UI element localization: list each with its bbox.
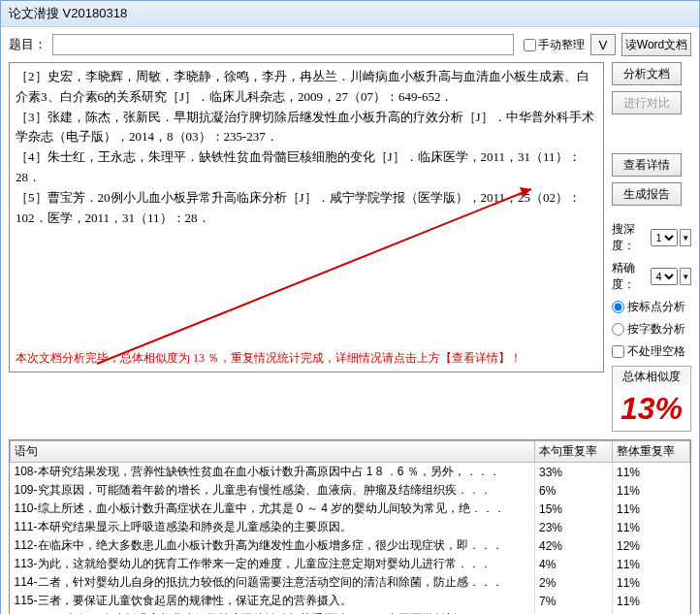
col-sent-rate[interactable]: 本句重复率 — [535, 441, 613, 463]
table-row[interactable]: 111-本研究结果显示上呼吸道感染和肺炎是儿童感染的主要原因。23%11% — [11, 518, 690, 536]
depth-select[interactable]: 1 — [651, 229, 678, 246]
similarity-value: 13% — [615, 385, 688, 429]
table-row[interactable]: 112-在临床中，绝大多数患儿血小板计数升高为继发性血小板增多症，很少出现症状，… — [11, 536, 690, 555]
topic-label: 题目： — [9, 36, 47, 53]
precision-label: 精确度： — [612, 260, 649, 293]
depth-label: 搜深度： — [612, 221, 649, 254]
results-table[interactable]: 语句 本句重复率 整体重复率 108-本研究结果发现，营养性缺铁性贫血在血小板计… — [10, 440, 690, 614]
topic-input[interactable] — [52, 34, 514, 55]
compare-button: 进行对比 — [612, 91, 682, 114]
reference-line: ［4］朱士红，王永志，朱理平．缺铁性贫血骨髓巨核细胞的变化［J］．临床医学，20… — [16, 147, 597, 188]
report-button[interactable]: 生成报告 — [612, 182, 682, 206]
detail-button[interactable]: 查看详情 — [612, 153, 682, 177]
reference-text-pane[interactable]: ［2］史宏，李晓辉，周敏，李晓静，徐鸣，李丹，冉丛兰．川崎病血小板升高与血清血小… — [9, 62, 604, 372]
table-row[interactable]: 110-综上所述，血小板计数升高症状在儿童中，尤其是 0 ～ 4 岁的婴幼儿间较… — [11, 500, 690, 518]
reference-line: ［3］张建，陈杰，张新民．早期抗凝治疗脾切除后继发性血小板升高的疗效分析［J］．… — [16, 108, 597, 148]
chevron-down-icon[interactable]: ▼ — [680, 268, 691, 285]
table-row[interactable]: 114-二者，针对婴幼儿自身的抵抗力较低的问题需要注意活动空间的清洁和除菌，防止… — [11, 573, 690, 592]
v-button[interactable]: V — [590, 34, 616, 55]
col-sentence[interactable]: 语句 — [11, 441, 535, 463]
manual-checkbox[interactable]: 手动整理 — [524, 37, 585, 53]
col-total-rate[interactable]: 整体重复率 — [613, 441, 690, 463]
analyze-button[interactable]: 分析文档 — [612, 62, 682, 85]
no-space-checkbox[interactable]: 不处理空格 — [612, 343, 691, 360]
by-chars-radio[interactable]: 按字数分析 — [612, 321, 691, 338]
table-row[interactable]: 108-本研究结果发现，营养性缺铁性贫血在血小板计数升高原因中占 1 8 ．6 … — [11, 463, 690, 482]
analysis-summary: 本次文档分析完毕，总体相似度为 13 ％，重复情况统计完成，详细情况请点击上方【… — [16, 349, 597, 368]
table-row[interactable]: 117-［1］郝嫖．血小板升高与非小细胞肺癌远处转移相关系探讨［J］．中国医学创… — [11, 610, 690, 614]
similarity-label: 总体相似度 — [615, 369, 688, 385]
reference-line: ［5］曹宝芳．20例小儿血小板异常升高临床分析［J］．咸宁学院学报（医学版），2… — [16, 188, 597, 229]
reference-line: ［2］史宏，李晓辉，周敏，李晓静，徐鸣，李丹，冉丛兰．川崎病血小板升高与血清血小… — [16, 67, 597, 108]
table-row[interactable]: 113-为此，这就给婴幼儿的抚育工作带来一定的难度，儿童应注意定期对婴幼儿进行常… — [11, 555, 690, 573]
chevron-down-icon[interactable]: ▼ — [680, 229, 691, 246]
window-title: 论文潜搜 V20180318 — [1, 1, 699, 27]
read-word-button[interactable]: 读Word文档 — [621, 33, 691, 56]
precision-select[interactable]: 4 — [651, 268, 678, 285]
table-row[interactable]: 115-三者，要保证儿童饮食起居的规律性，保证充足的营养摄入。7%11% — [11, 592, 690, 610]
table-row[interactable]: 109-究其原因，可能随着年龄的增长，儿童患有慢性感染、血液病、肿瘤及结缔组织疾… — [11, 481, 690, 500]
by-punct-radio[interactable]: 按标点分析 — [612, 299, 691, 315]
manual-checkbox-label: 手动整理 — [538, 37, 585, 53]
